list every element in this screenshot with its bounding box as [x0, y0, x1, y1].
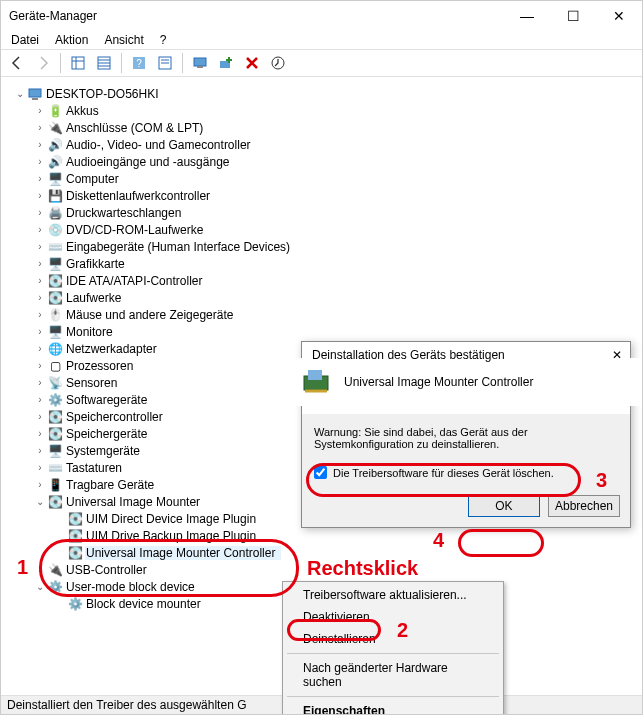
- ctx-scan-hardware[interactable]: Nach geänderter Hardware suchen: [285, 657, 501, 693]
- tree-child-selected[interactable]: 💽 Universal Image Mounter Controller: [5, 544, 642, 561]
- menu-view[interactable]: Ansicht: [98, 33, 149, 47]
- separator: [60, 53, 61, 73]
- view-list-button[interactable]: [92, 52, 116, 74]
- tree-item[interactable]: Audio-, Video- und Gamecontroller: [65, 138, 251, 152]
- props-button[interactable]: [153, 52, 177, 74]
- ctx-separator: [287, 696, 499, 697]
- svg-rect-16: [29, 89, 41, 97]
- device-icon: [302, 368, 334, 396]
- tree-item-label: Universal Image Mounter: [65, 495, 200, 509]
- menu-help[interactable]: ?: [154, 33, 173, 47]
- forward-button[interactable]: [31, 52, 55, 74]
- close-button[interactable]: ✕: [596, 1, 642, 31]
- tree-item[interactable]: Diskettenlaufwerkcontroller: [65, 189, 210, 203]
- tree-item[interactable]: Audioeingänge und -ausgänge: [65, 155, 229, 169]
- tree-item[interactable]: Prozessoren: [65, 359, 133, 373]
- tree-child-label: Universal Image Mounter Controller: [85, 546, 281, 560]
- tree-child[interactable]: UIM Drive Backup Image Plugin: [85, 529, 256, 543]
- tree-child[interactable]: Block device mounter: [85, 597, 201, 611]
- help-button[interactable]: ?: [127, 52, 151, 74]
- tree-item[interactable]: Laufwerke: [65, 291, 121, 305]
- tree-item-label: User-mode block device: [65, 580, 195, 594]
- ok-button[interactable]: OK: [468, 495, 540, 517]
- back-button[interactable]: [5, 52, 29, 74]
- tree-item[interactable]: Tastaturen: [65, 461, 122, 475]
- separator: [182, 53, 183, 73]
- confirm-uninstall-dialog: Deinstallation des Geräts bestätigen ✕ U…: [301, 341, 631, 528]
- cancel-button[interactable]: Abbrechen: [548, 495, 620, 517]
- tree-item[interactable]: Anschlüsse (COM & LPT): [65, 121, 203, 135]
- uninstall-button[interactable]: [240, 52, 264, 74]
- expand-icon[interactable]: ⌄: [13, 88, 27, 99]
- dialog-device-name: Universal Image Mounter Controller: [344, 375, 533, 389]
- view-grid-button[interactable]: [66, 52, 90, 74]
- ctx-uninstall[interactable]: Deinstallieren: [285, 628, 501, 650]
- tree-item[interactable]: Speichergeräte: [65, 427, 147, 441]
- update-driver-button[interactable]: [266, 52, 290, 74]
- tree-item[interactable]: Computer: [65, 172, 119, 186]
- window-title: Geräte-Manager: [9, 9, 504, 23]
- tree-item[interactable]: Softwaregeräte: [65, 393, 147, 407]
- collapse-icon[interactable]: ⌄: [33, 496, 47, 507]
- dialog-warning: Warnung: Sie sind dabei, das Gerät aus d…: [314, 426, 618, 450]
- svg-rect-19: [308, 370, 322, 380]
- maximize-button[interactable]: ☐: [550, 1, 596, 31]
- tree-item[interactable]: Systemgeräte: [65, 444, 140, 458]
- tree-item[interactable]: Speichercontroller: [65, 410, 163, 424]
- device-icon: 💽: [47, 494, 63, 510]
- svg-rect-0: [72, 57, 84, 69]
- context-menu: Treibersoftware aktualisieren... Deaktiv…: [282, 581, 504, 715]
- dialog-title: Deinstallation des Geräts bestätigen: [312, 348, 612, 362]
- add-legacy-button[interactable]: [214, 52, 238, 74]
- status-text: Deinstalliert den Treiber des ausgewählt…: [7, 698, 246, 712]
- ctx-update-driver[interactable]: Treibersoftware aktualisieren...: [285, 584, 501, 606]
- svg-rect-13: [197, 66, 203, 68]
- tree-item[interactable]: Akkus: [65, 104, 99, 118]
- scan-button[interactable]: [188, 52, 212, 74]
- dialog-close-button[interactable]: ✕: [612, 348, 622, 362]
- computer-icon: [27, 86, 43, 102]
- delete-driver-checkbox-row[interactable]: Die Treibersoftware für dieses Gerät lös…: [314, 466, 618, 479]
- menu-bar: Datei Aktion Ansicht ?: [1, 31, 642, 50]
- tree-item[interactable]: IDE ATA/ATAPI-Controller: [65, 274, 202, 288]
- toolbar: ?: [1, 50, 642, 77]
- tree-item[interactable]: Netzwerkadapter: [65, 342, 157, 356]
- tree-root[interactable]: ⌄ DESKTOP-DO56HKI: [5, 85, 642, 102]
- tree-root-label: DESKTOP-DO56HKI: [45, 87, 158, 101]
- tree-item[interactable]: Eingabegeräte (Human Interface Devices): [65, 240, 290, 254]
- svg-rect-17: [32, 98, 38, 100]
- tree-child[interactable]: UIM Direct Device Image Plugin: [85, 512, 256, 526]
- svg-text:?: ?: [136, 58, 142, 69]
- tree-item[interactable]: Mäuse und andere Zeigegeräte: [65, 308, 233, 322]
- title-bar: Geräte-Manager — ☐ ✕: [1, 1, 642, 31]
- tree-item[interactable]: Druckwarteschlangen: [65, 206, 181, 220]
- tree-item[interactable]: Monitore: [65, 325, 113, 339]
- tree-item[interactable]: Tragbare Geräte: [65, 478, 154, 492]
- delete-driver-label: Die Treibersoftware für dieses Gerät lös…: [333, 467, 554, 479]
- separator: [121, 53, 122, 73]
- tree-item[interactable]: USB-Controller: [65, 563, 147, 577]
- menu-file[interactable]: Datei: [5, 33, 45, 47]
- svg-rect-12: [194, 58, 206, 66]
- tree-item[interactable]: Grafikkarte: [65, 257, 125, 271]
- tree-item[interactable]: DVD/CD-ROM-Laufwerke: [65, 223, 203, 237]
- tree-item[interactable]: Sensoren: [65, 376, 117, 390]
- menu-action[interactable]: Aktion: [49, 33, 94, 47]
- ctx-properties[interactable]: Eigenschaften: [285, 700, 501, 715]
- minimize-button[interactable]: —: [504, 1, 550, 31]
- ctx-deactivate[interactable]: Deaktivieren: [285, 606, 501, 628]
- ctx-separator: [287, 653, 499, 654]
- delete-driver-checkbox[interactable]: [314, 466, 327, 479]
